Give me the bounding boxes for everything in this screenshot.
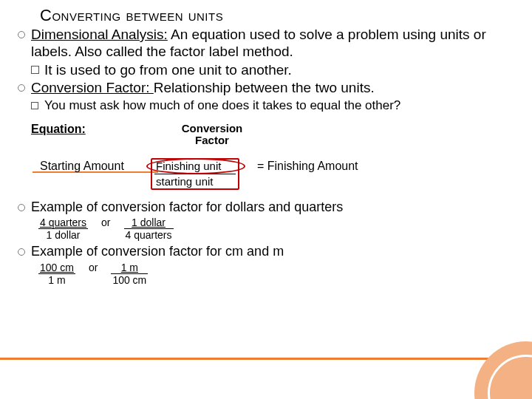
- fraction-m-per-cm: 1 m 100 cm: [111, 262, 148, 286]
- example-1-text: Example of conversion factor for dollars…: [18, 200, 522, 216]
- def-conversion-factor: Relationship between the two units.: [154, 80, 375, 95]
- frac-num: 4 quarters: [38, 216, 88, 229]
- or-label: or: [101, 216, 110, 228]
- frac-den: 100 cm: [111, 274, 148, 286]
- footer-orange-line: [0, 358, 532, 360]
- equation-label: Equation:: [31, 123, 522, 136]
- frac-den: 1 m: [38, 274, 75, 286]
- subbullet-question: You must ask how much of one does it tak…: [18, 98, 522, 113]
- subbullet-usage: It is used to go from one unit to anothe…: [18, 62, 522, 79]
- example-1-fractions: 4 quarters 1 dollar or 1 dollar 4 quarte…: [38, 216, 522, 241]
- fraction-cm-per-m: 100 cm 1 m: [38, 262, 75, 286]
- frac-num: 1 m: [111, 262, 148, 274]
- example-2-text: Example of conversion factor for cm and …: [18, 244, 522, 260]
- cf-denominator: starting unit: [154, 174, 236, 188]
- finishing-amount: = Finishing Amount: [257, 160, 358, 173]
- example-2-fractions: 100 cm 1 m or 1 m 100 cm: [38, 262, 522, 286]
- or-label: or: [89, 262, 98, 273]
- example-2: Example of conversion factor for cm and …: [10, 244, 522, 286]
- bullet-conversion-factor: Conversion Factor: Relationship between …: [18, 80, 522, 97]
- term-conversion-factor: Conversion Factor:: [31, 80, 154, 95]
- fraction-quarters-per-dollar: 4 quarters 1 dollar: [38, 216, 88, 241]
- conversion-factor-header: Conversion Factor: [171, 123, 253, 147]
- bullet-list: Dimensional Analysis: An equation used t…: [10, 27, 522, 114]
- slide: Converting between units Dimensional Ana…: [0, 0, 532, 293]
- frac-num: 100 cm: [38, 262, 75, 274]
- slide-title: Converting between units: [40, 6, 522, 25]
- frac-num: 1 dollar: [124, 216, 174, 229]
- bullet-dimensional-analysis: Dimensional Analysis: An equation used t…: [18, 27, 522, 61]
- equation-section: Equation: Conversion Factor Starting Amo…: [10, 123, 522, 197]
- frac-den: 1 dollar: [38, 229, 88, 241]
- term-dimensional-analysis: Dimensional Analysis:: [31, 27, 168, 42]
- equation-line: Starting Amount Finishing unit starting …: [40, 160, 358, 191]
- cf-numerator: Finishing unit: [154, 160, 236, 174]
- frac-den: 4 quarters: [124, 229, 174, 241]
- starting-amount: Starting Amount: [40, 160, 151, 173]
- fraction-dollar-per-quarters: 1 dollar 4 quarters: [124, 216, 174, 241]
- example-1: Example of conversion factor for dollars…: [10, 200, 522, 242]
- conversion-factor-box: Finishing unit starting unit: [151, 158, 239, 190]
